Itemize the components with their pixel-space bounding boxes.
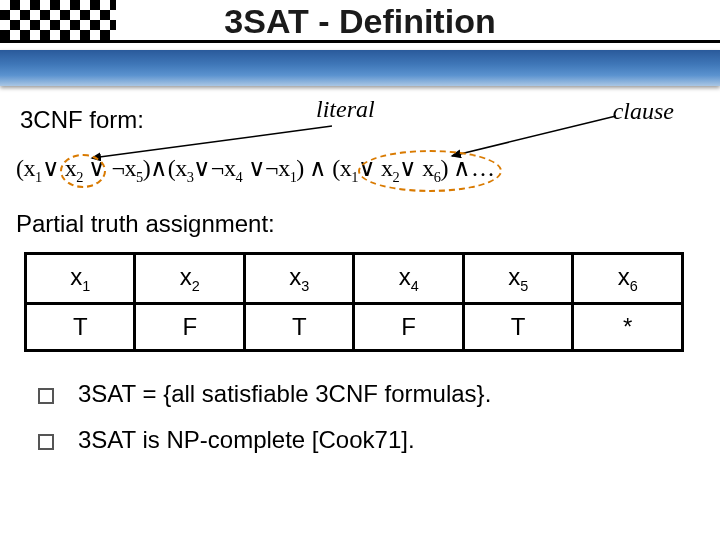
- bullet-item: 3SAT = {all satisfiable 3CNF formulas}.: [16, 380, 704, 408]
- table-value-cell: T: [244, 303, 353, 350]
- bullet-text: 3SAT is NP-complete [Cook71].: [78, 426, 415, 454]
- table-header-cell: x6: [573, 253, 683, 303]
- table-header-cell: x5: [463, 253, 572, 303]
- table-value-cell: F: [135, 303, 244, 350]
- formula-text: (x1∨ x2 ∨ ¬x5)∧(x3∨¬x4 ∨¬x1) ∧ (x1∨ x2∨ …: [16, 154, 494, 181]
- clause-label: clause: [613, 98, 674, 125]
- square-bullet-icon: [38, 434, 54, 450]
- slide-body: 3CNF form: literal clause (x1∨ x2 ∨ ¬x5)…: [16, 96, 704, 472]
- svg-line-1: [452, 116, 616, 156]
- truth-table: x1x2x3x4x5x6 TFTFT*: [24, 252, 684, 352]
- bullet-text: 3SAT = {all satisfiable 3CNF formulas}.: [78, 380, 491, 408]
- square-bullet-icon: [38, 388, 54, 404]
- slide-title: 3SAT - Definition: [0, 2, 720, 41]
- table-header-cell: x3: [244, 253, 353, 303]
- bullet-item: 3SAT is NP-complete [Cook71].: [16, 426, 704, 454]
- literal-label: literal: [316, 96, 375, 123]
- table-value-cell: T: [463, 303, 572, 350]
- formula: (x1∨ x2 ∨ ¬x5)∧(x3∨¬x4 ∨¬x1) ∧ (x1∨ x2∨ …: [16, 154, 704, 186]
- table-value-cell: *: [573, 303, 683, 350]
- table-value-cell: T: [26, 303, 135, 350]
- title-bar: 3SAT - Definition: [0, 0, 720, 76]
- table-header-cell: x4: [354, 253, 463, 303]
- cnf-form-label: 3CNF form:: [20, 106, 144, 134]
- table-value-row: TFTFT*: [26, 303, 683, 350]
- table-header-cell: x2: [135, 253, 244, 303]
- slide: 3SAT - Definition 3CNF form: literal cla…: [0, 0, 720, 540]
- table-value-cell: F: [354, 303, 463, 350]
- blue-bar: [0, 50, 720, 86]
- bullet-list: 3SAT = {all satisfiable 3CNF formulas}. …: [16, 380, 704, 454]
- table-header-row: x1x2x3x4x5x6: [26, 253, 683, 303]
- table-header-cell: x1: [26, 253, 135, 303]
- partial-assignment-label: Partial truth assignment:: [16, 210, 704, 238]
- label-row: 3CNF form: literal clause: [16, 96, 704, 144]
